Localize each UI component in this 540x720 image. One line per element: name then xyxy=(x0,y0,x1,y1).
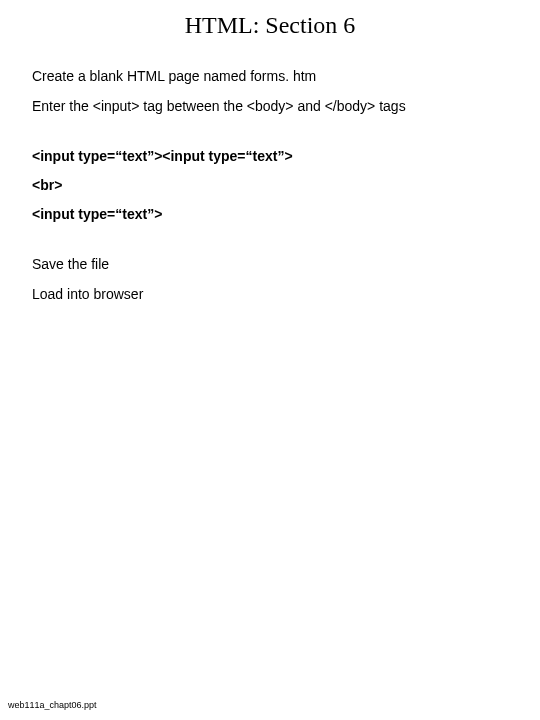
code-line-1: <input type=“text”><input type=“text”> xyxy=(32,146,520,167)
code-line-2: <br> xyxy=(32,175,520,196)
slide-content: Create a blank HTML page named forms. ht… xyxy=(0,67,540,304)
footer-filename: web111a_chapt06.ppt xyxy=(8,700,97,710)
outro-block: Save the file Load into browser xyxy=(32,255,520,304)
outro-line-2: Load into browser xyxy=(32,285,520,305)
code-line-3: <input type=“text”> xyxy=(32,204,520,225)
intro-line-1: Create a blank HTML page named forms. ht… xyxy=(32,67,520,87)
outro-line-1: Save the file xyxy=(32,255,520,275)
code-block: <input type=“text”><input type=“text”> <… xyxy=(32,146,520,225)
page-title: HTML: Section 6 xyxy=(0,0,540,67)
intro-line-2: Enter the <input> tag between the <body>… xyxy=(32,97,520,117)
intro-block: Create a blank HTML page named forms. ht… xyxy=(32,67,520,116)
